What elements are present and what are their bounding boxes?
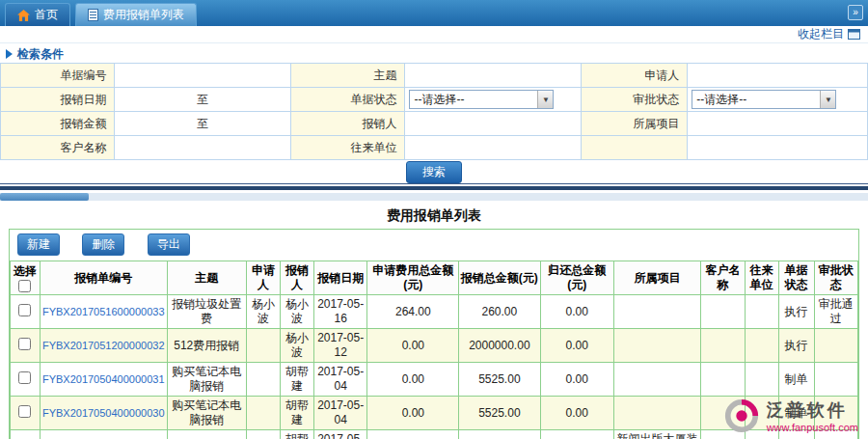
doc-status-cell: 制单 — [778, 363, 814, 397]
col-reimbursed-total: 报销总金额(元) — [459, 261, 540, 295]
amount-to-input[interactable] — [214, 115, 286, 132]
doc-link[interactable]: FYBX2017050400000030 — [42, 407, 165, 419]
collapse-columns-link[interactable]: 收起栏目 — [798, 26, 844, 42]
subject-cell: 购买笔记本电脑报销 — [167, 397, 246, 430]
amount-from-input[interactable] — [119, 115, 191, 132]
search-criteria-header: 检索条件 — [0, 43, 868, 63]
scrollbar-thumb[interactable] — [0, 193, 89, 201]
tab-home[interactable]: 首页 — [5, 3, 70, 26]
vendor-site: www.fanpusoft.com — [767, 422, 858, 433]
doc-no-label: 单据编号 — [1, 64, 115, 88]
returned-cell: 0.00 — [540, 329, 613, 363]
subject-cell: 手机费报销 — [167, 430, 246, 439]
col-date: 报销日期 — [313, 261, 367, 295]
doc-status-label: 单据状态 — [291, 88, 405, 112]
export-button[interactable]: 导出 — [148, 233, 190, 256]
doc-no-input[interactable] — [119, 67, 286, 84]
applicant-input[interactable] — [692, 67, 863, 84]
collapse-icon[interactable] — [848, 29, 860, 40]
reimbursed-cell: 260.00 — [459, 295, 540, 329]
list-toolbar: 新建 删除 导出 — [10, 230, 858, 261]
amount-label: 报销金额 — [1, 112, 115, 136]
project-label: 所属项目 — [582, 112, 688, 136]
approval-status-select[interactable]: --请选择-- ▼ — [692, 90, 836, 109]
section-arrow-icon — [6, 49, 13, 59]
table-row: FYBX2017050400000031 购买笔记本电脑报销 胡帮建 2017-… — [11, 363, 858, 397]
reimburser-cell: 杨小波 — [280, 329, 313, 363]
date-cell: 2017-05-04 — [313, 363, 367, 397]
row-checkbox[interactable] — [18, 405, 31, 418]
row-checkbox[interactable] — [18, 371, 31, 384]
col-doc-status: 单据状态 — [778, 261, 814, 295]
header-row: 选择 报销单编号 主题 申请人 报销人 报销日期 申请费用总金额(元) 报销总金… — [11, 261, 858, 295]
amount-to-label: 至 — [191, 116, 214, 132]
reimburser-label: 报销人 — [291, 112, 405, 136]
reimbursed-cell: 5525.00 — [459, 397, 540, 430]
date-from-input[interactable] — [119, 91, 191, 108]
table-row: FYBX2017051600000033 报销垃圾处置费 杨小波 杨小波 201… — [11, 295, 858, 329]
contact-cell — [745, 295, 778, 329]
applied-cell: 264.00 — [367, 295, 459, 329]
document-icon — [88, 9, 98, 21]
empty-label — [582, 136, 688, 160]
returned-cell: 0.00 — [540, 397, 613, 430]
contact-unit-label: 往来单位 — [291, 136, 405, 160]
returned-cell: 0.00 — [540, 430, 613, 439]
doc-status-cell: 执行 — [778, 295, 814, 329]
applicant-cell — [246, 363, 280, 397]
col-approval-status: 审批状态 — [814, 261, 857, 295]
reimburser-cell: 胡帮建 — [280, 363, 313, 397]
search-form: 单据编号 主题 申请人 报销日期 至 单据状态 --请选择-- ▼ — [0, 63, 868, 160]
applied-cell: 0.00 — [367, 430, 459, 439]
returned-cell: 0.00 — [540, 295, 613, 329]
contact-cell — [745, 329, 778, 363]
returned-cell: 0.00 — [540, 363, 613, 397]
new-button[interactable]: 新建 — [17, 233, 60, 256]
delete-button[interactable]: 删除 — [82, 233, 124, 256]
project-input[interactable] — [692, 115, 863, 132]
approval-status-cell — [814, 363, 857, 397]
tab-overflow-icon[interactable]: » — [848, 5, 863, 20]
select-all-checkbox[interactable] — [18, 280, 31, 292]
tab-bar: 首页 费用报销单列表 » — [0, 0, 868, 26]
reimburser-cell: 胡帮建 — [280, 397, 313, 430]
doc-link[interactable]: FYBX2017051600000033 — [42, 306, 165, 317]
contact-unit-input[interactable] — [409, 139, 577, 156]
reimbursed-cell: 5525.00 — [459, 363, 540, 397]
subject-input[interactable] — [409, 67, 577, 84]
project-cell — [613, 329, 701, 363]
subject-cell: 512费用报销 — [167, 329, 246, 363]
customer-input[interactable] — [119, 139, 286, 156]
home-icon — [17, 10, 30, 21]
col-select: 选择 — [11, 261, 41, 295]
col-applied-total: 申请费用总金额(元) — [367, 261, 459, 295]
applicant-cell: 杨小波 — [246, 295, 280, 329]
tab-expense-list[interactable]: 费用报销单列表 — [75, 3, 197, 26]
applicant-cell — [246, 397, 280, 430]
project-cell: 新闻出版大厦装饰工程 — [613, 430, 701, 439]
customer-cell — [701, 363, 745, 397]
doc-link[interactable]: FYBX2017051200000032 — [42, 340, 165, 351]
customer-cell — [701, 295, 745, 329]
customer-label: 客户名称 — [1, 136, 115, 160]
search-section: 检索条件 单据编号 主题 申请人 报销日期 至 单据状态 --请选择-- — [0, 43, 868, 183]
tab-expense-list-label: 费用报销单列表 — [103, 7, 184, 23]
project-cell — [613, 363, 701, 397]
row-checkbox[interactable] — [18, 338, 31, 350]
vendor-brand: 泛普软件 — [767, 398, 848, 422]
search-button[interactable]: 搜索 — [406, 161, 462, 183]
doc-status-select[interactable]: --请选择-- ▼ — [409, 90, 554, 109]
reimburser-input[interactable] — [409, 115, 577, 132]
fanpu-logo-icon — [723, 398, 760, 434]
col-applicant: 申请人 — [246, 261, 280, 295]
date-label: 报销日期 — [1, 88, 115, 112]
row-checkbox[interactable] — [18, 304, 31, 316]
doc-status-cell: 执行 — [778, 329, 814, 363]
reimburser-cell: 胡帮建 — [280, 430, 313, 439]
date-to-input[interactable] — [214, 91, 286, 108]
col-doc-no: 报销单编号 — [40, 261, 167, 295]
subject-cell: 购买笔记本电脑报销 — [167, 363, 246, 397]
approval-status-cell — [814, 329, 857, 363]
date-cell: 2017-05-16 — [313, 295, 367, 329]
doc-link[interactable]: FYBX2017050400000031 — [42, 373, 165, 385]
